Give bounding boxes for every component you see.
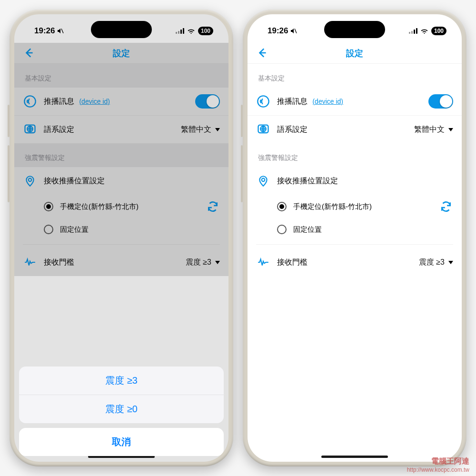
clock: 19:26 [268,26,288,36]
row-threshold[interactable]: 接收門檻 震度 ≥3 [14,248,228,276]
radio-phone-location[interactable]: 手機定位(新竹縣-竹北市) [14,195,228,218]
chevron-down-icon [215,128,220,131]
row-threshold[interactable]: 接收門檻 震度 ≥3 [248,248,462,276]
threshold-label: 接收門檻 [277,258,419,268]
broadcast-icon [256,94,270,109]
wifi-icon [187,28,195,34]
device-id-link[interactable]: (device id) [79,98,110,105]
divider [256,244,453,245]
svg-point-6 [258,96,268,107]
back-button[interactable] [256,47,268,59]
sheet-option-3[interactable]: 震度 ≥3 [19,367,224,395]
section-alert-header: 強震警報設定 [248,143,462,167]
section-alert-header: 強震警報設定 [14,143,228,167]
refresh-button[interactable] [439,199,453,214]
language-label: 語系設定 [277,125,414,135]
navbar: 設定 [248,43,462,64]
language-value: 繁體中文 [181,125,211,135]
mute-icon [57,27,64,35]
home-indicator[interactable] [321,456,388,458]
row-language[interactable]: 語系設定 繁體中文 [14,115,228,143]
language-value: 繁體中文 [414,125,445,135]
section-basic-header: 基本設定 [14,64,228,88]
divider [23,244,220,245]
radio-checked-icon [277,202,287,211]
phone-left: 19:26 100 設定 基本設定 [10,10,233,466]
device-id-link[interactable]: (device id) [312,98,343,105]
svg-point-9 [262,178,265,182]
location-label: 接收推播位置設定 [44,176,220,186]
back-button[interactable] [23,47,35,59]
navbar: 設定 [14,43,228,64]
wifi-icon [420,28,428,34]
row-language[interactable]: 語系設定 繁體中文 [248,115,462,143]
location-label: 接收推播位置設定 [277,176,453,186]
chevron-down-icon [448,128,453,131]
push-toggle[interactable] [195,94,220,109]
phone-right: 19:26 100 設定 基本設定 [243,10,466,466]
radio-fixed-location[interactable]: 固定位置 [14,218,228,240]
svg-point-1 [24,96,35,107]
pin-icon [256,174,270,188]
dynamic-island [324,21,385,38]
threshold-label: 接收門檻 [44,258,186,268]
radio-phone-location-label: 手機定位(新竹縣-竹北市) [293,202,372,211]
battery-pill: 100 [198,27,213,35]
radio-fixed-location[interactable]: 固定位置 [248,218,462,240]
row-push: 推播訊息 (device id) [248,88,462,115]
svg-line-0 [61,29,63,33]
row-location: 接收推播位置設定 [14,167,228,195]
clock: 19:26 [34,26,55,36]
radio-fixed-location-label: 固定位置 [60,225,89,234]
radio-phone-location[interactable]: 手機定位(新竹縣-竹北市) [248,195,462,218]
radio-phone-location-label: 手機定位(新竹縣-竹北市) [60,202,139,211]
battery-pill: 100 [431,27,446,35]
radio-checked-icon [44,202,53,211]
push-label: 推播訊息 [277,97,307,105]
svg-line-5 [295,29,297,33]
page-title: 設定 [346,48,363,59]
threshold-value: 震度 ≥3 [419,258,445,268]
radio-unchecked-icon [44,225,53,234]
radio-unchecked-icon [277,225,287,234]
push-toggle[interactable] [428,94,453,109]
signal-icon [409,28,417,34]
page-title: 設定 [113,48,130,59]
push-label: 推播訊息 [44,97,74,105]
broadcast-icon [23,94,37,109]
dynamic-island [91,21,152,38]
wave-icon [23,255,37,269]
signal-icon [176,28,184,34]
sheet-option-0[interactable]: 震度 ≥0 [19,395,224,423]
chevron-down-icon [448,261,453,264]
threshold-value: 震度 ≥3 [186,258,211,268]
language-label: 語系設定 [44,125,181,135]
mute-icon [290,27,298,35]
radio-fixed-location-label: 固定位置 [293,225,322,234]
sheet-cancel[interactable]: 取消 [19,428,224,456]
row-location: 接收推播位置設定 [248,167,462,195]
wave-icon [256,255,270,269]
svg-point-4 [29,178,32,182]
section-basic-header: 基本設定 [248,64,462,88]
action-sheet: 震度 ≥3 震度 ≥0 取消 [19,367,224,456]
chevron-down-icon [215,261,220,264]
settings-content: 基本設定 推播訊息 (device id) [248,64,462,462]
row-push: 推播訊息 (device id) [14,88,228,115]
globe-icon [256,122,270,137]
refresh-button[interactable] [206,199,220,214]
globe-icon [23,122,37,137]
pin-icon [23,174,37,188]
